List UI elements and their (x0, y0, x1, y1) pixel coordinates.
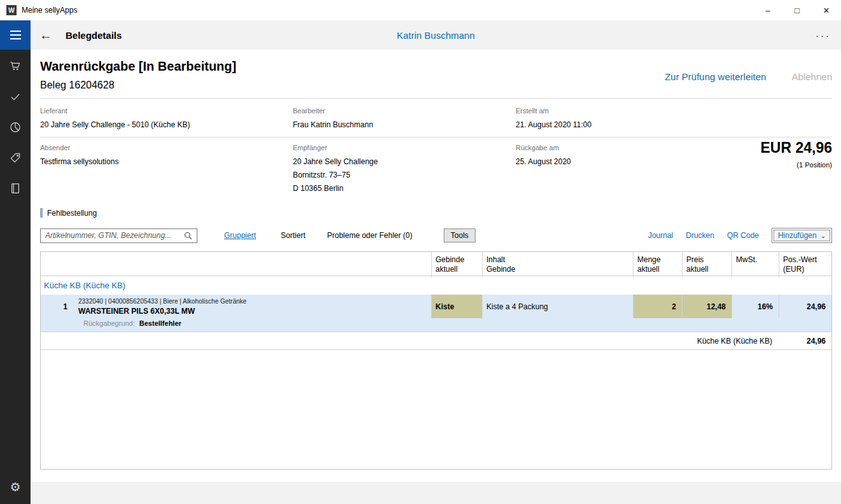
col-preis-aktuell: Preis aktuell (682, 252, 731, 277)
search-box (40, 228, 197, 243)
field-label: Empfänger (293, 144, 378, 151)
reason-row: Rückgabegrund: Bestellfehler (41, 318, 831, 332)
reason-label: Rückgabegrund: (83, 319, 135, 327)
sidebar-item-journal[interactable] (0, 173, 31, 204)
divider (40, 137, 832, 137)
chevron-down-icon: ⌄ (821, 232, 826, 239)
field-label: Lieferant (40, 107, 190, 115)
field-label: Absender (40, 144, 118, 151)
print-link[interactable]: Drucken (686, 231, 714, 240)
col-menge-aktuell: Menge aktuell (633, 252, 682, 277)
minimize-button[interactable]: – (753, 0, 782, 20)
app-logo-icon: W (6, 5, 17, 15)
tab-fehlbestellung[interactable]: Fehlbestellung (40, 208, 97, 218)
add-button-label: Hinzufügen (778, 231, 817, 240)
col-gebinde-aktuell: Gebinde aktuell (431, 252, 482, 277)
user-link[interactable]: Katrin Buschmann (31, 30, 841, 41)
window-controls: – □ ✕ (753, 0, 841, 20)
toolbar: Gruppiert Sortiert Probleme oder Fehler … (40, 228, 832, 243)
maximize-button[interactable]: □ (782, 0, 812, 20)
group-label: Küche KB (Küche KB) (44, 281, 125, 290)
subtotal-label: Küche KB (Küche KB) (41, 337, 779, 346)
hamburger-bar (10, 38, 21, 39)
app-header: Katrin Buschmann ← Belegdetails ··· (31, 20, 841, 50)
document-actions: Zur Prüfung weiterleiten Ablehnen (665, 71, 832, 82)
col-pos-wert: Pos.-Wert (EUR) (779, 252, 831, 277)
field-bearbeiter: Bearbeiter Frau Katrin Buschmann (293, 107, 373, 132)
sidebar-item-cart[interactable] (0, 51, 31, 81)
search-input[interactable] (41, 231, 183, 240)
tab-row: Fehlbestellung (40, 208, 832, 220)
field-value: 20 Jahre Selly Challenge Bornitzstr. 73–… (293, 155, 378, 195)
col-mwst: MwSt. (731, 252, 779, 277)
subtotal-row: Küche KB (Küche KB) 24,96 (41, 332, 831, 350)
cell-menge[interactable]: 2 (633, 295, 682, 318)
sidebar-item-settings[interactable]: ⚙ (0, 472, 31, 502)
grouped-toggle[interactable]: Gruppiert (224, 231, 256, 240)
qrcode-link[interactable]: QR Code (727, 231, 759, 240)
add-button[interactable]: Hinzufügen ⌄ (772, 228, 832, 243)
field-empfaenger: Empfänger 20 Jahre Selly Challenge Borni… (293, 144, 378, 195)
field-value: Testfirma sellysolutions (40, 155, 118, 169)
forward-button[interactable]: Zur Prüfung weiterleiten (665, 71, 766, 82)
cell-preis[interactable]: 12,48 (682, 295, 731, 318)
sidebar: ⚙ (0, 50, 31, 504)
field-value: Frau Katrin Buschmann (293, 118, 373, 132)
group-header-row: Küche KB (Küche KB) (41, 276, 831, 295)
col-inhalt-gebinde: Inhalt Gebinde (482, 252, 633, 277)
hamburger-bar (10, 34, 21, 36)
document-header: Warenrückgabe [In Bearbeitung] Beleg 162… (40, 50, 832, 99)
tab-accent-bar (40, 208, 43, 218)
field-value: 25. August 2020 (516, 155, 571, 169)
toolbar-right: Journal Drucken QR Code Hinzufügen ⌄ (648, 228, 832, 243)
document-fields: Lieferant 20 Jahre Selly Challenge - 501… (40, 99, 832, 202)
hamburger-bar (10, 31, 21, 32)
field-label: Rückgabe am (516, 144, 571, 151)
table-row[interactable]: 1 2332040 | 04000856205433 | Biere | Alk… (41, 295, 831, 318)
sidebar-item-statistics[interactable] (0, 112, 31, 143)
positions-table: Gebinde aktuell Inhalt Gebinde Menge akt… (40, 251, 832, 470)
tab-label: Fehlbestellung (47, 209, 97, 218)
article-meta: 2332040 | 04000856205433 | Biere | Alkoh… (78, 298, 246, 305)
more-button[interactable]: ··· (816, 30, 831, 41)
sidebar-item-check[interactable] (0, 81, 31, 112)
cell-mwst: 16% (731, 295, 779, 318)
subtotal-value: 24,96 (779, 337, 831, 346)
reject-button[interactable]: Ablehnen (792, 71, 832, 82)
col-index (41, 252, 76, 277)
document-total: EUR 24,96 (760, 139, 832, 157)
field-label: Bearbeiter (293, 107, 373, 115)
field-absender: Absender Testfirma sellysolutions (40, 144, 118, 169)
sorted-toggle[interactable]: Sortiert (281, 231, 306, 240)
main-content: Warenrückgabe [In Bearbeitung] Beleg 162… (31, 50, 841, 504)
window-titlebar: W Meine sellyApps – □ ✕ (0, 0, 841, 20)
total-block: EUR 24,96 (1 Position) (760, 139, 832, 169)
field-erstellt-am: Erstellt am 21. August 2020 11:00 (516, 107, 591, 132)
field-label: Erstellt am (516, 107, 591, 115)
table-empty-area (41, 350, 831, 469)
journal-link[interactable]: Journal (648, 231, 673, 240)
tools-button[interactable]: Tools (444, 228, 476, 242)
cell-gebinde[interactable]: Kiste (431, 295, 482, 318)
window-title: Meine sellyApps (22, 6, 77, 15)
menu-button[interactable] (0, 20, 31, 50)
problems-toggle[interactable]: Probleme oder Fehler (0) (327, 231, 413, 240)
bottom-strip (31, 482, 841, 504)
field-value: 20 Jahre Selly Challenge - 5010 (Küche K… (40, 118, 190, 132)
hamburger-icon (10, 31, 21, 39)
check-icon (9, 90, 22, 103)
row-description: 2332040 | 04000856205433 | Biere | Alkoh… (76, 295, 431, 318)
cell-inhalt: Kiste a 4 Packung (482, 295, 633, 318)
close-button[interactable]: ✕ (812, 0, 841, 20)
sidebar-item-tags[interactable] (0, 143, 31, 173)
total-positions: (1 Position) (760, 161, 832, 169)
gear-icon: ⚙ (10, 480, 20, 494)
article-name: WARSTEINER PILS 6X0,33L MW (78, 307, 195, 316)
document-title: Warenrückgabe [In Bearbeitung] (40, 50, 832, 74)
cell-pos-wert: 24,96 (779, 295, 831, 318)
field-lieferant: Lieferant 20 Jahre Selly Challenge - 501… (40, 107, 190, 132)
reason-value: Bestellfehler (139, 319, 181, 327)
book-icon (9, 182, 22, 195)
field-rueckgabe-am: Rückgabe am 25. August 2020 (516, 144, 571, 169)
search-icon[interactable] (183, 231, 193, 241)
